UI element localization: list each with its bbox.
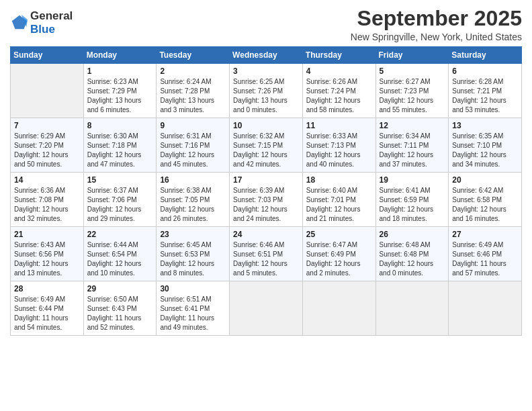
calendar-cell: 15Sunrise: 6:37 AMSunset: 7:06 PMDayligh… [83, 173, 157, 227]
calendar-cell: 6Sunrise: 6:28 AMSunset: 7:21 PMDaylight… [449, 64, 522, 118]
calendar-header-row: SundayMondayTuesdayWednesdayThursdayFrid… [11, 47, 522, 64]
day-number: 5 [380, 66, 445, 76]
day-info: Sunrise: 6:34 AMSunset: 7:11 PMDaylight:… [380, 132, 445, 169]
calendar-cell [375, 281, 449, 336]
calendar-cell: 24Sunrise: 6:46 AMSunset: 6:51 PMDayligh… [230, 227, 303, 281]
day-info: Sunrise: 6:49 AMSunset: 6:44 PMDaylight:… [14, 295, 80, 332]
logo-line2: Blue [30, 23, 73, 36]
day-number: 19 [380, 175, 445, 185]
calendar-cell: 5Sunrise: 6:27 AMSunset: 7:23 PMDaylight… [375, 64, 449, 118]
day-number: 13 [452, 121, 518, 130]
day-info: Sunrise: 6:26 AMSunset: 7:24 PMDaylight:… [306, 77, 372, 115]
day-number: 28 [14, 284, 80, 293]
header-sunday: Sunday [11, 47, 84, 64]
day-number: 26 [380, 230, 445, 239]
calendar-cell: 26Sunrise: 6:48 AMSunset: 6:48 PMDayligh… [375, 227, 449, 281]
calendar-cell: 25Sunrise: 6:47 AMSunset: 6:49 PMDayligh… [302, 227, 375, 281]
day-number: 15 [87, 175, 153, 185]
day-info: Sunrise: 6:49 AMSunset: 6:46 PMDaylight:… [452, 240, 518, 278]
calendar-cell [11, 64, 84, 118]
day-number: 23 [160, 230, 226, 239]
day-info: Sunrise: 6:46 AMSunset: 6:51 PMDaylight:… [233, 240, 299, 278]
day-number: 10 [233, 121, 299, 130]
calendar-week-row: 28Sunrise: 6:49 AMSunset: 6:44 PMDayligh… [11, 281, 522, 336]
logo-icon [10, 13, 29, 32]
day-info: Sunrise: 6:30 AMSunset: 7:18 PMDaylight:… [87, 132, 153, 169]
day-info: Sunrise: 6:28 AMSunset: 7:21 PMDaylight:… [452, 77, 518, 115]
day-number: 4 [306, 66, 372, 76]
day-number: 21 [14, 230, 80, 239]
calendar-cell: 8Sunrise: 6:30 AMSunset: 7:18 PMDaylight… [83, 118, 157, 173]
day-number: 17 [233, 175, 299, 185]
header-monday: Monday [83, 47, 157, 64]
calendar-cell: 9Sunrise: 6:31 AMSunset: 7:16 PMDaylight… [157, 118, 230, 173]
calendar-cell [302, 281, 375, 336]
day-info: Sunrise: 6:27 AMSunset: 7:23 PMDaylight:… [380, 77, 445, 115]
header-wednesday: Wednesday [230, 47, 303, 64]
calendar-cell: 19Sunrise: 6:41 AMSunset: 6:59 PMDayligh… [375, 173, 449, 227]
day-number: 8 [87, 121, 153, 130]
day-number: 7 [14, 121, 80, 130]
calendar-week-row: 21Sunrise: 6:43 AMSunset: 6:56 PMDayligh… [11, 227, 522, 281]
day-info: Sunrise: 6:51 AMSunset: 6:41 PMDaylight:… [160, 295, 226, 332]
header-saturday: Saturday [449, 47, 522, 64]
day-number: 12 [380, 121, 445, 130]
calendar-cell: 29Sunrise: 6:50 AMSunset: 6:43 PMDayligh… [83, 281, 157, 336]
day-number: 1 [87, 66, 153, 76]
calendar-cell: 11Sunrise: 6:33 AMSunset: 7:13 PMDayligh… [302, 118, 375, 173]
day-info: Sunrise: 6:33 AMSunset: 7:13 PMDaylight:… [306, 132, 372, 169]
day-number: 9 [160, 121, 226, 130]
calendar-cell: 16Sunrise: 6:38 AMSunset: 7:05 PMDayligh… [157, 173, 230, 227]
calendar-cell: 21Sunrise: 6:43 AMSunset: 6:56 PMDayligh… [11, 227, 84, 281]
day-info: Sunrise: 6:50 AMSunset: 6:43 PMDaylight:… [87, 295, 153, 332]
header-thursday: Thursday [302, 47, 375, 64]
day-info: Sunrise: 6:23 AMSunset: 7:29 PMDaylight:… [87, 77, 153, 115]
calendar-cell: 12Sunrise: 6:34 AMSunset: 7:11 PMDayligh… [375, 118, 449, 173]
calendar-cell [449, 281, 522, 336]
page-header: General Blue September 2025 New Springvi… [10, 7, 522, 42]
calendar-cell: 17Sunrise: 6:39 AMSunset: 7:03 PMDayligh… [230, 173, 303, 227]
calendar-cell: 4Sunrise: 6:26 AMSunset: 7:24 PMDaylight… [302, 64, 375, 118]
logo: General Blue [10, 9, 73, 36]
day-number: 3 [233, 66, 299, 76]
day-info: Sunrise: 6:36 AMSunset: 7:08 PMDaylight:… [14, 186, 80, 224]
day-info: Sunrise: 6:42 AMSunset: 6:58 PMDaylight:… [452, 186, 518, 224]
day-number: 6 [452, 66, 518, 76]
month-title: September 2025 [351, 7, 522, 30]
header-friday: Friday [375, 47, 449, 64]
calendar-week-row: 7Sunrise: 6:29 AMSunset: 7:20 PMDaylight… [11, 118, 522, 173]
calendar-week-row: 14Sunrise: 6:36 AMSunset: 7:08 PMDayligh… [11, 173, 522, 227]
day-number: 18 [306, 175, 372, 185]
day-number: 27 [452, 230, 518, 239]
day-info: Sunrise: 6:35 AMSunset: 7:10 PMDaylight:… [452, 132, 518, 169]
day-number: 11 [306, 121, 372, 130]
calendar-cell: 20Sunrise: 6:42 AMSunset: 6:58 PMDayligh… [449, 173, 522, 227]
day-info: Sunrise: 6:25 AMSunset: 7:26 PMDaylight:… [233, 77, 299, 115]
day-number: 25 [306, 230, 372, 239]
calendar-cell: 22Sunrise: 6:44 AMSunset: 6:54 PMDayligh… [83, 227, 157, 281]
calendar-cell: 7Sunrise: 6:29 AMSunset: 7:20 PMDaylight… [11, 118, 84, 173]
calendar-cell: 1Sunrise: 6:23 AMSunset: 7:29 PMDaylight… [83, 64, 157, 118]
day-info: Sunrise: 6:37 AMSunset: 7:06 PMDaylight:… [87, 186, 153, 224]
calendar-week-row: 1Sunrise: 6:23 AMSunset: 7:29 PMDaylight… [11, 64, 522, 118]
day-number: 22 [87, 230, 153, 239]
day-number: 24 [233, 230, 299, 239]
calendar-cell: 14Sunrise: 6:36 AMSunset: 7:08 PMDayligh… [11, 173, 84, 227]
calendar-cell: 13Sunrise: 6:35 AMSunset: 7:10 PMDayligh… [449, 118, 522, 173]
calendar-cell: 18Sunrise: 6:40 AMSunset: 7:01 PMDayligh… [302, 173, 375, 227]
day-info: Sunrise: 6:32 AMSunset: 7:15 PMDaylight:… [233, 132, 299, 169]
day-info: Sunrise: 6:29 AMSunset: 7:20 PMDaylight:… [14, 132, 80, 169]
calendar-cell: 2Sunrise: 6:24 AMSunset: 7:28 PMDaylight… [157, 64, 230, 118]
day-info: Sunrise: 6:45 AMSunset: 6:53 PMDaylight:… [160, 240, 226, 278]
day-number: 14 [14, 175, 80, 185]
calendar-table: SundayMondayTuesdayWednesdayThursdayFrid… [10, 46, 522, 336]
logo-line1: General [30, 9, 73, 23]
calendar-cell: 3Sunrise: 6:25 AMSunset: 7:26 PMDaylight… [230, 64, 303, 118]
day-number: 20 [452, 175, 518, 185]
day-number: 30 [160, 284, 226, 293]
day-info: Sunrise: 6:44 AMSunset: 6:54 PMDaylight:… [87, 240, 153, 278]
day-info: Sunrise: 6:40 AMSunset: 7:01 PMDaylight:… [306, 186, 372, 224]
location: New Springville, New York, United States [351, 32, 522, 42]
calendar-cell: 27Sunrise: 6:49 AMSunset: 6:46 PMDayligh… [449, 227, 522, 281]
day-info: Sunrise: 6:47 AMSunset: 6:49 PMDaylight:… [306, 240, 372, 278]
